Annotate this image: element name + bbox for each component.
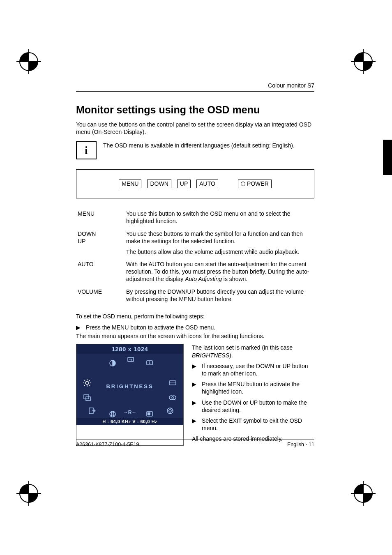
def-desc: With the AUTO button you can start the a…: [125, 258, 314, 286]
crop-mark-icon: [16, 49, 41, 74]
running-header: Colour monitor S7: [76, 82, 314, 92]
phase-icon: [168, 394, 177, 401]
osd-selected-label: BRIGHTNESS: [76, 383, 183, 389]
step-item: ▶ Use the DOWN or UP button to make the …: [192, 399, 314, 414]
step-text: Select the EXIT symbol to exit the OSD m…: [202, 417, 314, 432]
steps-intro: To set the OSD menu, perform the followi…: [76, 313, 314, 320]
osd-frequency: H : 64,0 KHz V : 60,0 Hz: [76, 418, 183, 425]
step-marker-icon: ▶: [192, 362, 202, 377]
def-term: MENU: [76, 207, 125, 227]
panel-auto-button: AUTO: [196, 180, 218, 188]
page-title: Monitor settings using the OSD menu: [76, 104, 314, 116]
panel-menu-button: MENU: [119, 180, 141, 188]
step-text: Press the MENU button to activate the hi…: [202, 380, 314, 395]
osd-reset-icon: →R←: [76, 410, 183, 415]
step-text: Press the MENU button to activate the OS…: [86, 324, 215, 331]
footer-page-number: English - 11: [287, 442, 314, 447]
def-desc: You use this button to switch the OSD me…: [125, 207, 314, 227]
svg-point-20: [172, 396, 176, 400]
footer-doc-id: A26361-K877-Z100-4-5E19: [76, 442, 139, 447]
crop-mark-icon: [351, 481, 376, 506]
step-item: ▶ Select the EXIT symbol to exit the OSD…: [192, 417, 314, 432]
step-marker-icon: ▶: [192, 399, 202, 414]
def-term: VOLUME: [76, 286, 125, 305]
svg-line-15: [89, 380, 90, 381]
step-marker-icon: ▶: [192, 417, 202, 432]
svg-rect-5: [128, 357, 134, 362]
panel-up-button: UP: [177, 180, 191, 188]
def-desc: By pressing the DOWN/UP buttons directly…: [125, 286, 314, 305]
panel-power-label: POWER: [247, 180, 269, 187]
osd-resolution: 1280 x 1024: [76, 344, 183, 354]
def-term: DOWN UP: [76, 228, 125, 258]
section-tab: [383, 140, 392, 175]
info-text: The OSD menu is available in different l…: [103, 141, 295, 149]
def-desc: You use these buttons to mark the symbol…: [125, 228, 314, 258]
button-definition-table: MENU You use this button to switch the O…: [76, 207, 314, 305]
crop-mark-icon: [351, 49, 376, 74]
step-text: Use the DOWN or UP button to make the de…: [202, 399, 314, 414]
step-item: ▶ Press the MENU button to activate the …: [192, 380, 314, 395]
step-marker-icon: ▶: [192, 380, 202, 395]
info-icon: i: [76, 141, 97, 159]
after-step-text: The main menu appears on the screen with…: [76, 332, 314, 340]
crop-mark-icon: [16, 481, 41, 506]
osd-position-icon: [83, 394, 91, 401]
step-item: ▶ If necessary, use the DOWN or UP butto…: [192, 362, 314, 377]
panel-down-button: DOWN: [147, 180, 171, 188]
intro-text: You can use the buttons on the control p…: [76, 121, 314, 136]
osd-screenshot: 1280 x 1024 BRIGHTNESS →R← H: [76, 344, 184, 446]
hposition-icon: [127, 356, 135, 364]
vposition-icon: [145, 359, 154, 367]
page-footer: A26361-K877-Z100-4-5E19 English - 11: [76, 440, 314, 447]
svg-line-12: [84, 380, 85, 381]
step-marker-icon: ▶: [76, 324, 86, 331]
right-para-1: The last icon set is marked (in this cas…: [192, 344, 314, 359]
step-text: If necessary, use the DOWN or UP button …: [202, 362, 314, 377]
panel-power-button: POWER: [238, 180, 272, 188]
contrast-icon: [108, 359, 117, 367]
control-panel-diagram: MENU DOWN UP AUTO POWER: [76, 169, 314, 198]
power-led-icon: [241, 182, 245, 186]
def-term: AUTO: [76, 258, 125, 286]
step-item: ▶ Press the MENU button to activate the …: [76, 324, 314, 331]
info-callout: i The OSD menu is available in different…: [76, 141, 314, 159]
